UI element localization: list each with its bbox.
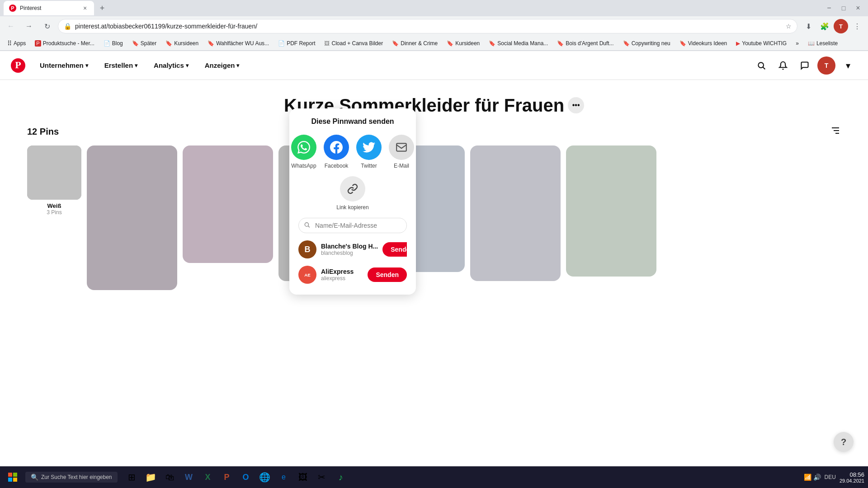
taskbar-app-outlook[interactable]: O: [237, 468, 255, 486]
bookmark-star-icon[interactable]: ☆: [786, 23, 792, 30]
download-button[interactable]: ⬇: [801, 19, 816, 33]
copy-link-label: Link kopieren: [336, 204, 368, 211]
nav-erstellen[interactable]: Erstellen ▾: [97, 58, 145, 73]
taskbar-app-winstore[interactable]: 🛍: [161, 468, 179, 486]
nav-unternehmen-label: Unternehmen: [40, 61, 84, 69]
new-tab-button[interactable]: +: [96, 2, 108, 14]
send-to-aliexpress-button[interactable]: Senden: [368, 267, 407, 282]
taskbar-app-photos[interactable]: 🖼: [294, 468, 312, 486]
search-icon: [304, 222, 310, 230]
start-button[interactable]: [4, 468, 22, 486]
taskbar-app-snip[interactable]: ✂: [313, 468, 331, 486]
share-twitter-button[interactable]: Twitter: [356, 135, 382, 169]
notifications-button[interactable]: [774, 56, 792, 75]
tab-title: Pinterest: [20, 5, 78, 11]
share-modal-title: Diese Pinnwand senden: [298, 117, 407, 126]
bookmark-wahlfaecher[interactable]: 🔖 Wahlfächer WU Aus...: [204, 39, 273, 47]
tab-favicon: P: [9, 5, 16, 12]
pin-card-5[interactable]: [470, 145, 561, 281]
bookmark-bois[interactable]: 🔖 Bois d'Argent Duft...: [553, 39, 617, 47]
profile-button[interactable]: T: [834, 19, 848, 33]
bookmark-spaeter[interactable]: 🔖 Später: [128, 39, 160, 47]
recipient-blanche: B Blanche's Blog H... blanchesblog Sende…: [298, 239, 407, 260]
bookmark-youtube[interactable]: ▶ Youtube WICHTIG: [732, 39, 790, 47]
bookmark-videokurs[interactable]: 🔖 Videokurs Ideen: [676, 39, 731, 47]
nav-erstellen-label: Erstellen: [104, 61, 133, 69]
minimize-button[interactable]: −: [823, 2, 835, 14]
taskbar-clock: 08:56 29.04.2021: [840, 471, 864, 483]
board-card-title: Weiß: [27, 202, 81, 209]
share-facebook-button[interactable]: Facebook: [324, 135, 349, 169]
back-button[interactable]: ←: [4, 19, 18, 33]
recipient-blanche-handle: blanchesblog: [321, 250, 378, 256]
send-to-blanche-button[interactable]: Senden: [382, 242, 407, 257]
close-window-button[interactable]: ×: [852, 2, 864, 14]
refresh-button[interactable]: ↻: [40, 19, 54, 33]
bookmark-kursideen1[interactable]: 🔖 Kursideen: [162, 39, 202, 47]
url-bar[interactable]: 🔒 pinterest.at/tobiasbecker061199/kurze-…: [58, 19, 797, 33]
pinterest-logo-icon: P: [11, 58, 25, 73]
bookmark-cload[interactable]: 🖼 Cload + Canva Bilder: [321, 39, 387, 47]
copy-link-button[interactable]: Link kopieren: [336, 176, 368, 211]
taskbar-app-chrome[interactable]: 🌐: [256, 468, 274, 486]
pinterest-logo[interactable]: P: [11, 58, 25, 73]
nav-analytics[interactable]: Analytics ▾: [146, 58, 196, 73]
taskbar-app-taskview[interactable]: ⊞: [123, 468, 141, 486]
taskbar-app-spotify[interactable]: ♪: [332, 468, 350, 486]
maximize-button[interactable]: □: [837, 2, 850, 14]
svg-rect-14: [8, 473, 12, 477]
bookmark-kursideen2[interactable]: 🔖 Kursideen: [443, 39, 483, 47]
recipient-blanche-avatar: B: [298, 240, 316, 258]
taskbar-app-explorer[interactable]: 📁: [142, 468, 160, 486]
bookmark-leseliste[interactable]: 📖 Leseliste: [804, 39, 841, 47]
taskbar-app-edge[interactable]: e: [275, 468, 293, 486]
apps-bookmark[interactable]: ⠿ Apps: [4, 39, 29, 48]
share-search-input[interactable]: [298, 218, 407, 233]
pin-card-2[interactable]: [183, 145, 273, 263]
taskbar-language: DEU: [825, 474, 836, 480]
taskbar-search[interactable]: 🔍 Zur Suche Text hier eingeben: [25, 472, 118, 483]
board-more-options-button[interactable]: •••: [568, 97, 584, 113]
pins-filter-button[interactable]: [830, 125, 841, 138]
share-email-button[interactable]: E-Mail: [389, 135, 414, 169]
address-bar: ← → ↻ 🔒 pinterest.at/tobiasbecker061199/…: [0, 16, 868, 36]
tab-close-button[interactable]: ×: [81, 5, 89, 12]
messages-button[interactable]: [796, 56, 814, 75]
avatar-button[interactable]: T: [817, 56, 835, 75]
extensions-button[interactable]: 🧩: [817, 19, 832, 33]
taskbar-app-word[interactable]: W: [180, 468, 198, 486]
recipient-aliexpress-handle: aliexpress: [321, 275, 363, 282]
svg-rect-16: [8, 478, 12, 482]
recipient-aliexpress-info: AliExpress aliexpress: [321, 268, 363, 282]
taskbar-app-excel[interactable]: X: [199, 468, 217, 486]
taskbar-date: 29.04.2021: [840, 478, 864, 483]
browser-chrome: P Pinterest × + − □ × ← → ↻ 🔒 pinterest.…: [0, 0, 868, 51]
bookmark-social[interactable]: 🔖 Social Media Mana...: [485, 39, 552, 47]
menu-button[interactable]: ⋮: [850, 19, 864, 33]
taskbar-app-powerpoint[interactable]: P: [218, 468, 236, 486]
board-card[interactable]: Weiß 3 Pins: [27, 145, 81, 216]
bookmarks-more[interactable]: »: [792, 39, 802, 47]
share-whatsapp-button[interactable]: WhatsApp: [291, 135, 316, 169]
email-label: E-Mail: [394, 163, 409, 169]
page-title: Kurze Sommerkleider für Frauen •••: [9, 94, 859, 116]
pin-card-6[interactable]: [566, 145, 656, 277]
nav-unternehmen[interactable]: Unternehmen ▾: [33, 58, 95, 73]
account-chevron-button[interactable]: ▾: [839, 56, 857, 75]
bookmark-pdf[interactable]: 📄 PDF Report: [274, 39, 319, 47]
search-button[interactable]: [752, 56, 770, 75]
bookmark-blog[interactable]: 📄 Blog: [100, 39, 127, 47]
bookmark-copywriting[interactable]: 🔖 Copywriting neu: [619, 39, 674, 47]
svg-line-8: [308, 226, 310, 227]
bookmark-dinner[interactable]: 🔖 Dinner & Crime: [388, 39, 441, 47]
forward-button[interactable]: →: [22, 19, 36, 33]
nav-anzeigen[interactable]: Anzeigen ▾: [198, 58, 247, 73]
recipient-list: B Blanche's Blog H... blanchesblog Sende…: [298, 239, 407, 286]
pin-card-1[interactable]: [87, 145, 177, 290]
twitter-icon-circle: [356, 135, 382, 160]
svg-rect-6: [396, 143, 406, 151]
pinterest-header: P Unternehmen ▾ Erstellen ▾ Analytics ▾ …: [0, 51, 868, 80]
taskbar: 🔍 Zur Suche Text hier eingeben ⊞ 📁 🛍 W X…: [0, 466, 868, 488]
bookmark-produktsuche[interactable]: P Produktsuche - Mer...: [31, 39, 98, 47]
active-tab[interactable]: P Pinterest ×: [4, 1, 94, 15]
